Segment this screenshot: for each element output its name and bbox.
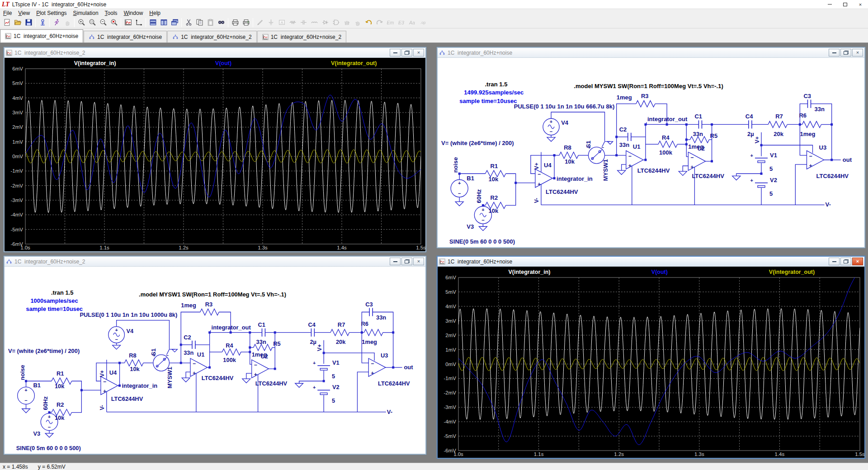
x-tick-label: 1.1s — [534, 451, 544, 457]
window-restore-button[interactable] — [401, 258, 412, 265]
schematic-label: 33n — [376, 314, 386, 320]
toolbar-button-new-schematic-icon[interactable] — [1, 18, 12, 28]
window-titlebar[interactable]: 1C integrator_60Hz+noise_2 × — [5, 257, 425, 267]
toolbar-button-tile-horizontal-icon[interactable] — [147, 18, 158, 28]
window-schematic-noise[interactable]: 1C integrator_60Hz+noise × −+−+−+−++−+−+… — [437, 47, 865, 248]
schematic-label: 1meg — [800, 131, 815, 137]
app-titlebar: LT LTspice IV - 1C integrator_60Hz+noise… — [0, 0, 868, 9]
menu-item-window[interactable]: Window — [121, 9, 146, 17]
schematic-label: 2µ — [747, 131, 754, 137]
window-restore-button[interactable] — [840, 258, 851, 265]
window-close-button[interactable]: × — [413, 49, 424, 56]
toolbar-button-save-icon[interactable] — [23, 18, 34, 28]
schematic-label: R3 — [641, 93, 649, 99]
app-minimize-button[interactable] — [822, 0, 837, 9]
tab-4[interactable]: 1C integrator_60Hz+noise_2 — [257, 31, 346, 42]
toolbar-button-cascade-icon[interactable] — [169, 18, 180, 28]
y-tick-label: -3mV — [444, 404, 457, 410]
schematic-label: V+ — [99, 370, 105, 377]
window-minimize-button[interactable] — [390, 49, 401, 56]
app-maximize-button[interactable] — [837, 0, 853, 9]
app-close-button[interactable]: × — [853, 0, 868, 9]
window-waveform-noise[interactable]: 1C integrator_60Hz+noise × 6mV5mV4mV3mV2… — [437, 256, 865, 459]
toolbar-button-print-icon[interactable] — [241, 18, 251, 28]
window-waveform-noise2[interactable]: 1C integrator_60Hz+noise_2 × 6mV5mV4mV3m… — [4, 47, 426, 252]
y-tick-label: 2mV — [12, 124, 23, 130]
schematic-label: LTC6244HV — [816, 173, 849, 179]
toolbar-button-control-panel-probe-icon[interactable] — [37, 18, 48, 28]
toolbar-button-autorange-icon[interactable] — [133, 18, 144, 28]
window-titlebar[interactable]: 1C integrator_60Hz+noise × — [438, 257, 864, 267]
schematic-label: V- — [826, 201, 831, 208]
window-restore-button[interactable] — [840, 49, 851, 56]
waveform-plot-noise2[interactable]: 6mV5mV4mV3mV2mV1mV0mV-1mV-2mV-3mV-4mV-5m… — [5, 58, 425, 251]
schematic-noise2[interactable]: −+−+−+−++−+−+−+−.tran 1.51000samples/sec… — [5, 267, 425, 454]
toolbar-separator — [146, 18, 146, 27]
toolbar-button-mirror-icon: Em — [385, 18, 396, 28]
schematic-label: 10k — [55, 383, 65, 390]
toolbar-button-open-icon[interactable] — [12, 18, 23, 28]
window-minimize-button[interactable] — [390, 258, 401, 265]
schematic-label: − — [690, 155, 693, 161]
toolbar-button-zoom-in-icon[interactable] — [76, 18, 87, 28]
schematic-label: V1 — [770, 152, 777, 159]
cursor-x-readout: x = 1.458s — [3, 464, 28, 470]
toolbar-separator — [74, 18, 75, 27]
y-tick-label: 6mV — [12, 66, 23, 71]
net-label-noise: noise — [19, 365, 26, 380]
app-title: LTspice IV - 1C integrator_60Hz+noise — [12, 1, 106, 8]
window-close-button[interactable]: × — [852, 258, 863, 265]
schematic-label: U3 — [381, 352, 388, 359]
schematic-label: + — [24, 387, 27, 393]
toolbar-button-print-preview-icon[interactable] — [230, 18, 241, 28]
toolbar-button-capacitor-icon — [298, 18, 309, 28]
tab-label: 1C integrator_60Hz+noise_2 — [271, 34, 341, 40]
tab-3[interactable]: 1C integrator_60Hz+noise_2 — [167, 31, 256, 42]
tab-1-active[interactable]: 1C integrator_60Hz+noise — [0, 29, 83, 42]
toolbar-button-zoom-full-icon[interactable] — [108, 18, 119, 28]
schematic-label: + — [750, 153, 753, 158]
window-titlebar[interactable]: 1C integrator_60Hz+noise_2 × — [5, 48, 425, 58]
toolbar-button-undo-icon[interactable] — [363, 18, 374, 28]
tab-2[interactable]: 1C integrator_60Hz+noise — [84, 31, 167, 42]
window-title: 1C integrator_60Hz+noise — [448, 50, 512, 56]
waveform-plot-noise[interactable]: 6mV5mV4mV3mV2mV1mV0mV-1mV-2mV-3mV-4mV-5m… — [438, 267, 864, 458]
schematic-label: + — [103, 388, 106, 395]
legend-V(out): V(out) — [651, 269, 668, 275]
toolbar-button-diode-icon — [320, 18, 330, 28]
window-schematic-noise2[interactable]: 1C integrator_60Hz+noise_2 × −+−+−+−++−+… — [4, 256, 426, 455]
window-restore-button[interactable] — [401, 49, 412, 56]
menu-item-tools[interactable]: Tools — [102, 9, 121, 17]
toolbar-button-run-icon[interactable] — [51, 18, 62, 28]
schematic-label: V- — [99, 405, 105, 410]
toolbar-button-move-icon — [341, 18, 352, 28]
toolbar-button-find-icon[interactable] — [216, 18, 226, 28]
window-close-button[interactable]: × — [852, 49, 863, 56]
schematic-label: U1 — [633, 143, 641, 150]
directive-tran: .tran 1.5 — [51, 289, 73, 296]
toolbar-button-zoom-region-icon[interactable] — [87, 18, 98, 28]
schematic-label: 5 — [769, 165, 773, 172]
toolbar-button-zoom-out-icon[interactable] — [98, 18, 108, 28]
menu-item-view[interactable]: View — [15, 9, 33, 17]
window-close-button[interactable]: × — [413, 258, 424, 265]
schematic-label: R8 — [564, 144, 571, 151]
toolbar-button-component-icon — [330, 18, 341, 28]
schematic-label: − — [24, 398, 27, 403]
menu-item-file[interactable]: File — [0, 9, 15, 17]
window-minimize-button[interactable] — [829, 49, 840, 56]
legend-V(integrator_in): V(integrator_in) — [74, 60, 116, 66]
window-titlebar[interactable]: 1C integrator_60Hz+noise × — [438, 48, 864, 58]
toolbar-button-cut-icon[interactable] — [183, 18, 194, 28]
net-label-60hz: 60Hz — [42, 396, 49, 410]
schematic-noise[interactable]: −+−+−+−++−+−+−+−.tran 1.51499.925samples… — [438, 58, 864, 247]
toolbar-button-copy-icon[interactable] — [194, 18, 205, 28]
menu-item-plot-settings[interactable]: Plot Settings — [33, 9, 70, 17]
menu-item-help[interactable]: Help — [146, 9, 164, 17]
schematic-label: U4 — [109, 369, 117, 376]
toolbar-button-tile-vertical-icon[interactable] — [158, 18, 169, 28]
schematic-label: + — [628, 163, 632, 169]
menu-item-simulation[interactable]: Simulation — [70, 9, 102, 17]
window-minimize-button[interactable] — [829, 258, 840, 265]
toolbar-button-plot-settings-icon[interactable] — [123, 18, 133, 28]
